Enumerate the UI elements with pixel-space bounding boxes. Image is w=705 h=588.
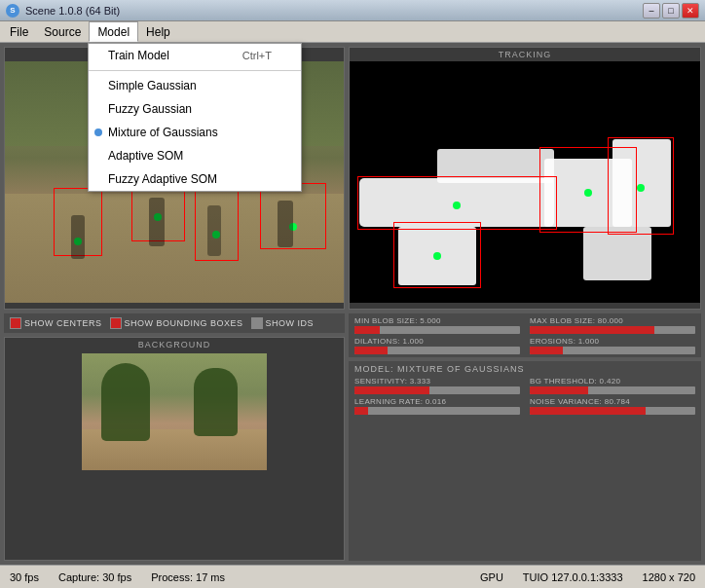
tracking-label: TRACKING <box>350 48 700 61</box>
status-bar: 30 fps Capture: 30 fps Process: 17 ms GP… <box>0 565 705 588</box>
mixture-gaussians-label: Mixture of Gaussians <box>108 126 218 139</box>
min-blob-bar-bg <box>354 326 520 334</box>
tracking-panel: TRACKING <box>349 47 701 310</box>
learning-rate-bar-fill <box>354 407 368 415</box>
track-dot-4 <box>433 252 441 260</box>
sensitivity-label: SENSITIVITY: 3.333 <box>354 377 520 386</box>
capture-display: Capture: 30 fps <box>58 571 131 583</box>
erosions-bar-bg <box>530 347 695 354</box>
min-blob-label: MIN BLOB SIZE: 5.000 <box>354 316 520 325</box>
person-2 <box>149 198 165 246</box>
person-4 <box>278 201 293 247</box>
background-label: BACKGROUND <box>5 338 344 351</box>
sensitivity-bar-fill <box>354 386 429 394</box>
maximize-button[interactable]: □ <box>662 3 680 18</box>
show-bounding-boxes-label: SHOW BOUNDING BOXES <box>125 318 243 328</box>
menu-fuzzy-adaptive-som[interactable]: Fuzzy Adaptive SOM <box>89 167 301 191</box>
window-controls: – □ ✕ <box>643 3 699 18</box>
track-dot-2 <box>584 189 592 197</box>
bbox-4 <box>260 183 326 249</box>
menu-source[interactable]: Source <box>36 21 89 42</box>
resolution-display: 1280 x 720 <box>643 571 695 583</box>
fuzzy-gaussian-label: Fuzzy Gaussian <box>108 102 192 116</box>
min-blob-stat: MIN BLOB SIZE: 5.000 <box>354 316 520 334</box>
menu-help[interactable]: Help <box>138 21 178 42</box>
background-panel: BACKGROUND <box>4 337 345 561</box>
stats-panel: MIN BLOB SIZE: 5.000 MAX BLOB SIZE: 80.0… <box>349 313 701 357</box>
minimize-button[interactable]: – <box>643 3 660 18</box>
process-display: Process: 17 ms <box>151 571 225 583</box>
show-ids-checkbox[interactable] <box>251 317 263 329</box>
bg-video-content <box>82 353 267 470</box>
menu-model[interactable]: Model <box>89 21 138 42</box>
close-button[interactable]: ✕ <box>682 3 699 18</box>
right-panel: TRACKING MI <box>349 47 701 561</box>
learning-rate-label: LEARNING RATE: 0.016 <box>354 397 520 406</box>
menu-bar: File Source Model Help <box>0 21 705 43</box>
train-model-shortcut: Ctrl+T <box>223 50 272 61</box>
menu-adaptive-som[interactable]: Adaptive SOM <box>89 144 301 167</box>
blob-6 <box>583 227 651 280</box>
menu-file[interactable]: File <box>2 21 36 42</box>
show-centers-label: SHOW CENTERS <box>24 318 102 328</box>
train-model-label: Train Model <box>108 49 169 62</box>
track-dot-3 <box>637 184 645 192</box>
show-bounding-boxes-checkbox[interactable] <box>110 317 122 329</box>
gpu-display: GPU <box>480 571 503 583</box>
show-ids-control[interactable]: SHOW IDS <box>251 317 315 329</box>
title-bar: S Scene 1.0.8 (64 Bit) – □ ✕ <box>0 0 705 21</box>
model-dropdown-menu: Train Model Ctrl+T Simple Gaussian Fuzzy… <box>88 43 302 192</box>
model-stats-grid: SENSITIVITY: 3.333 BG THRESHOLD: 0.420 L… <box>354 377 695 415</box>
tuio-display: TUIO 127.0.0.1:3333 <box>523 571 623 583</box>
dilations-bar-fill <box>354 347 388 354</box>
bg-threshold-label: BG THRESHOLD: 0.420 <box>530 377 695 386</box>
learning-rate-bar-bg <box>354 407 520 415</box>
show-centers-checkbox[interactable] <box>10 317 21 329</box>
track-dot-1 <box>453 202 461 209</box>
controls-row: SHOW CENTERS SHOW BOUNDING BOXES SHOW ID… <box>4 313 345 333</box>
dilations-label: DILATIONS: 1.000 <box>354 337 520 346</box>
min-blob-bar-fill <box>354 326 380 334</box>
selected-radio-dot <box>94 129 102 136</box>
noise-variance-bar-fill <box>530 407 646 415</box>
model-panel: MODEL: MIXTURE OF GAUSSIANS SENSITIVITY:… <box>349 361 701 561</box>
simple-gaussian-label: Simple Gaussian <box>108 79 197 92</box>
tracking-video <box>350 61 700 303</box>
max-blob-label: MAX BLOB SIZE: 80.000 <box>530 316 695 325</box>
background-video <box>82 353 267 470</box>
learning-rate-stat: LEARNING RATE: 0.016 <box>354 397 520 415</box>
menu-fuzzy-gaussian[interactable]: Fuzzy Gaussian <box>89 97 301 121</box>
menu-mixture-gaussians[interactable]: Mixture of Gaussians <box>89 121 301 144</box>
bg-threshold-bar-fill <box>530 386 588 394</box>
person-1 <box>71 215 85 259</box>
max-blob-bar-bg <box>530 326 695 334</box>
person-3 <box>207 205 221 256</box>
model-title: MODEL: MIXTURE OF GAUSSIANS <box>354 364 695 374</box>
noise-variance-bar-bg <box>530 407 695 415</box>
bg-tree-2 <box>194 368 238 436</box>
max-blob-stat: MAX BLOB SIZE: 80.000 <box>530 316 695 334</box>
bg-threshold-stat: BG THRESHOLD: 0.420 <box>530 377 695 394</box>
sensitivity-bar-bg <box>354 386 520 394</box>
window-title: Scene 1.0.8 (64 Bit) <box>25 5 643 17</box>
dilations-stat: DILATIONS: 1.000 <box>354 337 520 354</box>
erosions-bar-fill <box>530 347 563 354</box>
fuzzy-adaptive-som-label: Fuzzy Adaptive SOM <box>108 172 217 186</box>
sensitivity-stat: SENSITIVITY: 3.333 <box>354 377 520 394</box>
erosions-label: EROSIONS: 1.000 <box>530 337 695 346</box>
show-ids-label: SHOW IDS <box>266 318 315 328</box>
menu-separator-1 <box>89 70 301 71</box>
max-blob-bar-fill <box>530 326 654 334</box>
show-bounding-boxes-control[interactable]: SHOW BOUNDING BOXES <box>110 317 243 329</box>
dilations-bar-bg <box>354 347 520 354</box>
show-centers-control[interactable]: SHOW CENTERS <box>10 317 102 329</box>
noise-variance-label: NOISE VARIANCE: 80.784 <box>530 397 695 406</box>
app-icon: S <box>6 4 19 18</box>
fps-display: 30 fps <box>10 571 39 583</box>
menu-train-model[interactable]: Train Model Ctrl+T <box>89 44 301 67</box>
noise-variance-stat: NOISE VARIANCE: 80.784 <box>530 397 695 415</box>
bg-threshold-bar-bg <box>530 386 695 394</box>
erosions-stat: EROSIONS: 1.000 <box>530 337 695 354</box>
menu-simple-gaussian[interactable]: Simple Gaussian <box>89 74 301 97</box>
adaptive-som-label: Adaptive SOM <box>108 149 183 163</box>
